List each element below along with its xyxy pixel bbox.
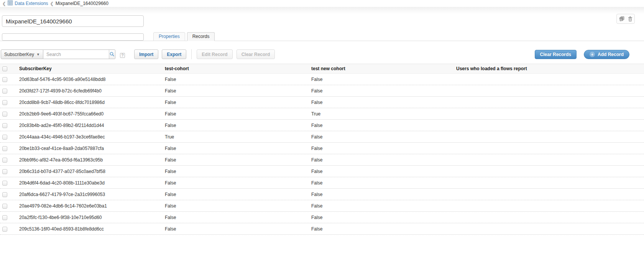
back-chevron-icon[interactable]: ❮: [2, 1, 6, 6]
tab-bottom-rule: [0, 41, 644, 41]
test-cohort-cell: False: [163, 192, 309, 197]
row-checkbox[interactable]: [2, 123, 7, 128]
subscriber-key-cell: 20a2f5fc-f130-4be6-9f38-10e710e95d60: [17, 215, 163, 220]
row-checkbox[interactable]: [2, 215, 7, 220]
subscriber-key-cell: 20b6c31d-b07d-4377-a027-85c0aed7bf58: [17, 169, 163, 174]
subscriber-key-cell: 20be1b33-ceaf-41ce-8aa9-2da057887cfa: [17, 146, 163, 151]
table-row[interactable]: 20b6c31d-b07d-4377-a027-85c0aed7bf58Fals…: [0, 166, 644, 177]
test-new-cohort-cell: False: [309, 146, 454, 151]
test-cohort-cell: False: [163, 146, 309, 151]
table-row[interactable]: 20af6dca-6627-4179-97ce-2a31c9996053Fals…: [0, 189, 644, 200]
test-new-cohort-cell: True: [309, 111, 454, 117]
table-row[interactable]: 20bb9f6c-af82-47ea-805d-f6a13963c95bFals…: [0, 154, 644, 166]
test-new-cohort-cell: False: [309, 169, 454, 174]
trash-icon[interactable]: [628, 16, 632, 21]
extension-description-input[interactable]: [2, 33, 144, 41]
search-button[interactable]: [109, 50, 115, 59]
test-cohort-cell: False: [163, 157, 309, 163]
table-row[interactable]: 20cb2bb9-9ee6-493f-bc67-755fcca66ed0Fals…: [0, 108, 644, 120]
table-row[interactable]: 20d3fd27-172f-4939-b72c-6cfedb69f4b0Fals…: [0, 85, 644, 97]
extension-name-input[interactable]: [2, 15, 144, 27]
column-header-test-cohort[interactable]: test-cohort: [163, 66, 309, 71]
row-checkbox[interactable]: [2, 77, 7, 82]
test-new-cohort-cell: False: [309, 215, 454, 220]
subscriber-key-cell: 20af6dca-6627-4179-97ce-2a31c9996053: [17, 192, 163, 197]
test-cohort-cell: False: [163, 215, 309, 220]
add-record-button[interactable]: + Add Record: [584, 50, 629, 59]
row-checkbox[interactable]: [2, 135, 7, 140]
subscriber-key-cell: 20bb9f6c-af82-47ea-805d-f6a13963c95b: [17, 157, 163, 163]
edit-record-button[interactable]: Edit Record: [197, 49, 232, 59]
table-row[interactable]: 20c83b4b-ad2e-45f0-89b2-6f2114dd1d44Fals…: [0, 120, 644, 131]
toolbar-divider: [191, 49, 192, 59]
table-row[interactable]: 20be1b33-ceaf-41ce-8aa9-2da057887cfaFals…: [0, 143, 644, 154]
records-toolbar: SubscriberKey ▼ ? Import Export Edit Rec…: [0, 49, 644, 60]
select-all-checkbox[interactable]: [2, 66, 7, 71]
table-row[interactable]: 20d63baf-5476-4c95-9036-a90e5148bdd8Fals…: [0, 74, 644, 85]
tab-properties[interactable]: Properties: [153, 32, 185, 41]
test-cohort-cell: False: [163, 88, 309, 94]
test-new-cohort-cell: False: [309, 123, 454, 128]
data-extension-records-page: { "breadcrumb": { "back": "❮", "data_ext…: [0, 0, 644, 257]
subscriber-key-cell: 20d63baf-5476-4c95-9036-a90e5148bdd8: [17, 77, 163, 82]
clear-record-button[interactable]: Clear Record: [237, 49, 275, 59]
test-new-cohort-cell: False: [309, 134, 454, 140]
test-cohort-cell: False: [163, 111, 309, 117]
subscriber-key-cell: 20b4d6f4-6dad-4c20-808b-1111e30abe3d: [17, 180, 163, 186]
tab-records[interactable]: Records: [187, 32, 215, 41]
import-button[interactable]: Import: [134, 49, 158, 59]
copy-icon[interactable]: [619, 16, 625, 21]
test-new-cohort-cell: False: [309, 192, 454, 197]
row-checkbox[interactable]: [2, 146, 7, 151]
table-row[interactable]: 20c44aaa-434c-4946-b197-3e3ce6fae8ecTrue…: [0, 131, 644, 143]
row-checkbox[interactable]: [2, 89, 7, 94]
table-row[interactable]: 20b4d6f4-6dad-4c20-808b-1111e30abe3dFals…: [0, 177, 644, 189]
table-row[interactable]: 20ae4979-082e-4db6-9c14-7602e6e03ba1Fals…: [0, 200, 644, 212]
data-extension-icon: [8, 0, 13, 7]
breadcrumb-data-extensions-link[interactable]: Data Extensions: [15, 1, 48, 6]
table-row[interactable]: 209c5136-16f0-40ed-8593-81b8fe8dd6ccFals…: [0, 223, 644, 235]
row-checkbox[interactable]: [2, 100, 7, 105]
test-cohort-cell: False: [163, 203, 309, 209]
help-icon[interactable]: ?: [120, 53, 125, 58]
row-checkbox[interactable]: [2, 204, 7, 209]
records-table: SubscriberKey test-cohort test new cohor…: [0, 64, 644, 235]
clear-records-button[interactable]: Clear Records: [535, 50, 577, 59]
search-input[interactable]: [43, 50, 109, 59]
row-checkbox[interactable]: [2, 181, 7, 186]
search-field-dropdown-label: SubscriberKey: [4, 52, 34, 57]
table-row[interactable]: 20a2f5fc-f130-4be6-9f38-10e710e95d60Fals…: [0, 212, 644, 223]
test-cohort-cell: False: [163, 77, 309, 82]
test-cohort-cell: False: [163, 180, 309, 186]
column-header-test-new-cohort[interactable]: test new cohort: [309, 66, 454, 71]
row-checkbox[interactable]: [2, 227, 7, 232]
row-checkbox[interactable]: [2, 192, 7, 197]
plus-icon: +: [590, 52, 595, 57]
column-header-subscriber-key[interactable]: SubscriberKey: [17, 66, 163, 71]
subscriber-key-cell: 20c44aaa-434c-4946-b197-3e3ce6fae8ec: [17, 134, 163, 140]
search-field-dropdown[interactable]: SubscriberKey ▼: [1, 49, 43, 59]
subscriber-key-cell: 20d3fd27-172f-4939-b72c-6cfedb69f4b0: [17, 88, 163, 94]
test-cohort-cell: False: [163, 123, 309, 128]
export-button[interactable]: Export: [162, 49, 186, 59]
header-shade-band: [0, 7, 644, 14]
extension-actions-group: [616, 14, 635, 24]
table-row[interactable]: 20cdd8b8-9cb7-48db-86cc-8fdc7018986dFals…: [0, 97, 644, 108]
test-new-cohort-cell: False: [309, 100, 454, 105]
search-icon: [110, 52, 115, 57]
table-body: 20d63baf-5476-4c95-9036-a90e5148bdd8Fals…: [0, 74, 644, 235]
column-header-users-flows-report[interactable]: Users who loaded a flows report: [454, 66, 644, 71]
row-checkbox[interactable]: [2, 158, 7, 163]
row-checkbox[interactable]: [2, 112, 7, 117]
add-record-label: Add Record: [598, 52, 624, 57]
test-cohort-cell: False: [163, 226, 309, 232]
subscriber-key-cell: 209c5136-16f0-40ed-8593-81b8fe8dd6cc: [17, 226, 163, 232]
breadcrumb-separator-icon: ❮: [50, 1, 54, 6]
test-new-cohort-cell: False: [309, 226, 454, 232]
row-checkbox[interactable]: [2, 169, 7, 174]
subscriber-key-cell: 20c83b4b-ad2e-45f0-89b2-6f2114dd1d44: [17, 123, 163, 128]
breadcrumb-current-page: MixpanelDE_1640029660: [56, 1, 108, 6]
search-box: [43, 49, 115, 59]
breadcrumb: ❮ Data Extensions ❮ MixpanelDE_164002966…: [0, 0, 644, 7]
table-header-row: SubscriberKey test-cohort test new cohor…: [0, 64, 644, 74]
